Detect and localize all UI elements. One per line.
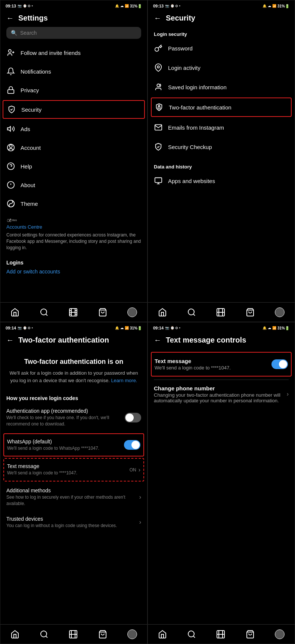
nav-reels-2[interactable] bbox=[216, 308, 225, 317]
status-icons-4: 📷 ⌚ ⊙ • bbox=[165, 326, 180, 330]
security-password[interactable]: Password bbox=[148, 38, 295, 58]
menu-item-about[interactable]: About bbox=[0, 176, 147, 194]
nav-profile-2[interactable] bbox=[275, 307, 285, 317]
apps-websites-label: Apps and websites bbox=[168, 178, 215, 184]
account-icon bbox=[6, 143, 15, 152]
nav-home-2[interactable] bbox=[158, 308, 167, 317]
auth-app-item[interactable]: Authentication app (recommended) We'll c… bbox=[0, 403, 147, 432]
add-switch-link[interactable]: Add or switch accounts bbox=[6, 269, 141, 275]
checkup-label: Security Checkup bbox=[168, 144, 212, 150]
nav-home-3[interactable] bbox=[10, 630, 19, 639]
nav-shop-2[interactable] bbox=[246, 308, 255, 317]
accounts-centre-link[interactable]: Accounts Centre bbox=[6, 224, 141, 230]
account-label: Account bbox=[21, 145, 41, 151]
search-placeholder: Search bbox=[20, 30, 37, 36]
security-two-factor[interactable]: Two-factor authentication bbox=[152, 98, 291, 116]
security-apps-websites[interactable]: Apps and websites bbox=[148, 171, 295, 191]
menu-item-help[interactable]: Help bbox=[0, 157, 147, 176]
learn-more-link[interactable]: Learn more. bbox=[111, 378, 137, 383]
nav-shop[interactable] bbox=[98, 308, 107, 317]
menu-item-ads[interactable]: Ads bbox=[0, 120, 147, 138]
security-highlight-box: Security bbox=[3, 100, 145, 119]
nav-search[interactable] bbox=[40, 308, 49, 317]
whatsapp-item[interactable]: WhatsApp (default) We'll send a login co… bbox=[4, 434, 143, 456]
nav-shop-3[interactable] bbox=[98, 630, 107, 639]
nav-profile[interactable] bbox=[127, 307, 137, 317]
nav-home[interactable] bbox=[10, 308, 19, 317]
svg-line-15 bbox=[46, 314, 47, 315]
status-bar-4: 09:14 📷 ⌚ ⊙ • 🔔☁📶31%🔋 bbox=[148, 322, 295, 333]
tmc-back[interactable]: ← bbox=[154, 336, 161, 344]
menu-item-follow[interactable]: Follow and invite friends bbox=[0, 43, 147, 62]
text-message-highlight-box: Text message We'll send a login code to … bbox=[3, 458, 144, 482]
nav-reels[interactable] bbox=[69, 308, 78, 317]
svg-point-38 bbox=[41, 631, 47, 637]
nav-shop-4[interactable] bbox=[246, 630, 255, 639]
signal-icons-3: 🔔☁📶31%🔋 bbox=[115, 326, 142, 330]
security-screen: 09:13 📷 ⌚ ⊙ • 🔔☁📶31%🔋 ← Security Login s… bbox=[148, 0, 295, 322]
menu-item-privacy[interactable]: Privacy bbox=[0, 81, 147, 99]
twofa-back[interactable]: ← bbox=[6, 336, 14, 344]
whatsapp-toggle[interactable] bbox=[124, 440, 140, 450]
settings-header: ← Settings bbox=[0, 11, 147, 27]
login-activity-label: Login activity bbox=[168, 65, 201, 71]
how-receive-label: How you receive login codes bbox=[0, 390, 147, 403]
text-message-item[interactable]: Text message We'll send a login code to … bbox=[4, 459, 143, 481]
nav-profile-4[interactable] bbox=[275, 629, 285, 639]
nav-profile-3[interactable] bbox=[127, 629, 137, 639]
security-emails[interactable]: Emails from Instagram bbox=[148, 118, 295, 137]
menu-item-notifications[interactable]: Notifications bbox=[0, 62, 147, 81]
nav-reels-4[interactable] bbox=[216, 630, 225, 639]
security-checkup[interactable]: Security Checkup bbox=[148, 137, 295, 157]
signal-icons-4: 🔔☁📶31%🔋 bbox=[263, 326, 289, 330]
search-bar[interactable]: 🔍 Search bbox=[6, 27, 141, 39]
nav-reels-3[interactable] bbox=[69, 630, 78, 639]
tmc-title: Text message controls bbox=[166, 336, 246, 344]
menu-item-theme[interactable]: Theme bbox=[0, 194, 147, 213]
nav-search-4[interactable] bbox=[187, 630, 196, 639]
privacy-label: Privacy bbox=[21, 87, 39, 93]
trusted-devices-item[interactable]: Trusted devices You can log in without a… bbox=[0, 511, 147, 533]
notifications-icon bbox=[6, 67, 15, 76]
menu-item-account[interactable]: Account bbox=[0, 138, 147, 157]
security-saved-login[interactable]: Saved login information bbox=[148, 77, 295, 97]
follow-label: Follow and invite friends bbox=[21, 50, 81, 56]
about-icon bbox=[6, 180, 15, 189]
privacy-icon bbox=[6, 86, 15, 95]
tmc-change-phone[interactable]: Change phone number Changing your two-fa… bbox=[148, 380, 295, 409]
nav-home-4[interactable] bbox=[158, 630, 167, 639]
twofa-title: Two-factor authentication bbox=[18, 336, 109, 344]
status-icons-2: 📷 ⌚ ⊙ • bbox=[165, 4, 180, 8]
nav-search-2[interactable] bbox=[187, 308, 196, 317]
auth-app-toggle[interactable] bbox=[125, 413, 141, 422]
emails-icon bbox=[154, 123, 163, 132]
security-title: Security bbox=[166, 14, 195, 22]
trusted-devices-desc: You can log in without a login code usin… bbox=[6, 523, 139, 529]
security-login-activity[interactable]: Login activity bbox=[148, 58, 295, 77]
tmc-change-phone-content: Change phone number Changing your two-fa… bbox=[154, 385, 282, 403]
nav-search-3[interactable] bbox=[40, 630, 49, 639]
trusted-devices-title: Trusted devices bbox=[6, 516, 139, 522]
logins-label: Logins bbox=[6, 260, 141, 266]
svg-line-32 bbox=[193, 314, 195, 315]
data-history-label: Data and history bbox=[148, 160, 295, 171]
follow-icon bbox=[6, 48, 15, 57]
svg-point-0 bbox=[9, 50, 11, 52]
time-3: 09:14 bbox=[6, 326, 16, 330]
tmc-text-item[interactable]: Text message We'll send a login code to … bbox=[152, 353, 291, 376]
additional-methods-desc: See how to log in securely even if your … bbox=[6, 494, 139, 507]
signal-icons-1: 🔔☁📶31%🔋 bbox=[115, 4, 142, 8]
tmc-text-highlight-box: Text message We'll send a login code to … bbox=[151, 352, 292, 377]
twofa-header: ← Two-factor authentication bbox=[0, 333, 147, 349]
additional-methods-item[interactable]: Additional methods See how to log in sec… bbox=[0, 483, 147, 511]
tmc-text-knob bbox=[279, 360, 287, 368]
tmc-text-toggle[interactable] bbox=[271, 359, 288, 369]
back-arrow[interactable]: ← bbox=[6, 14, 14, 22]
security-back[interactable]: ← bbox=[154, 14, 161, 22]
menu-item-security[interactable]: Security bbox=[3, 101, 144, 118]
two-factor-screen: 09:14 📷 ⌚ ⊙ • 🔔☁📶31%🔋 ← Two-factor authe… bbox=[0, 322, 148, 644]
tmc-text-title: Text message bbox=[155, 358, 267, 364]
text-message-chevron: › bbox=[139, 467, 140, 473]
theme-icon bbox=[6, 199, 15, 208]
text-on-badge: ON bbox=[130, 467, 136, 473]
